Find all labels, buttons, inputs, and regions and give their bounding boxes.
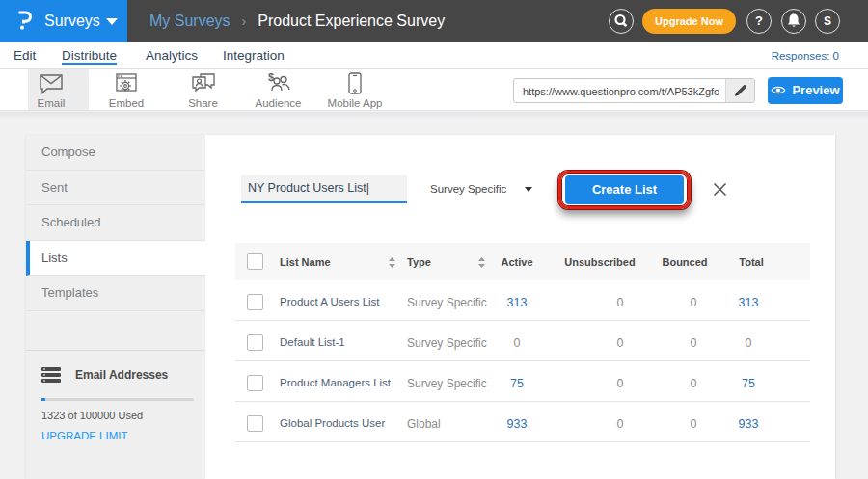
svg-text:$: $ [268, 72, 274, 83]
